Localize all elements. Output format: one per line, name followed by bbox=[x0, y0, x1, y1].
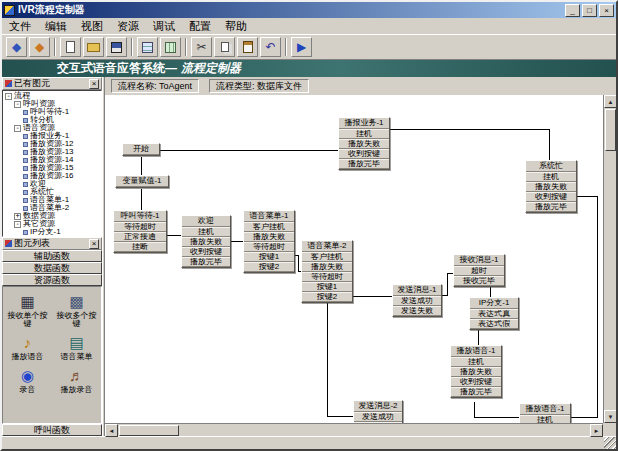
node-port-挂机[interactable]: 挂机 bbox=[526, 172, 576, 182]
close-button[interactable]: × bbox=[599, 4, 614, 17]
resource-grid-icon-button[interactable] bbox=[137, 37, 158, 57]
copy-icon-button[interactable] bbox=[214, 37, 235, 57]
menu-帮助[interactable]: 帮助 bbox=[218, 18, 254, 35]
palette-item-录音[interactable]: ◉录音 bbox=[5, 367, 51, 394]
node-port-等待超时[interactable]: 等待超时 bbox=[302, 272, 352, 282]
node-port-等待超时[interactable]: 等待超时 bbox=[244, 242, 294, 252]
node-port-收到按键[interactable]: 收到按键 bbox=[339, 149, 389, 159]
node-port-收到按键[interactable]: 收到按键 bbox=[451, 377, 501, 387]
tree-item-IP分支-1[interactable]: IP分支-1 bbox=[3, 228, 101, 236]
node-port-按键2[interactable]: 按键2 bbox=[302, 292, 352, 302]
vertical-scroll-track[interactable] bbox=[604, 152, 616, 410]
scroll-down-icon[interactable]: ▼ bbox=[604, 410, 617, 423]
node-port-正常接通[interactable]: 正常接通 bbox=[114, 232, 166, 242]
horizontal-scrollbar[interactable]: ◄ ► bbox=[105, 423, 603, 436]
tree-item-播放资源-16[interactable]: 播放资源-16 bbox=[3, 172, 101, 180]
collapse-icon[interactable]: - bbox=[14, 125, 21, 132]
flow-node-播放语音-1[interactable]: 播放语音-1挂机播放失败收到按键播放完毕 bbox=[450, 345, 502, 398]
group-data-functions[interactable]: 数据函数 bbox=[2, 262, 102, 274]
flow-node-发送消息-1[interactable]: 发送消息-1发送成功发送失败 bbox=[392, 284, 442, 317]
collapse-icon[interactable]: - bbox=[14, 221, 21, 228]
menu-视图[interactable]: 视图 bbox=[74, 18, 110, 35]
run-icon-button[interactable]: ▶ bbox=[291, 37, 312, 57]
scroll-right-icon[interactable]: ► bbox=[590, 424, 603, 437]
node-port-表达式真[interactable]: 表达式真 bbox=[470, 309, 518, 319]
flow-node-语音菜单-1[interactable]: 语音菜单-1客户挂机播放失败等待超时按键1按键2 bbox=[243, 210, 295, 273]
node-port-播放失败[interactable]: 播放失败 bbox=[302, 262, 352, 272]
flow-node-开始[interactable]: 开始 bbox=[122, 143, 160, 156]
minimize-button[interactable]: _ bbox=[565, 4, 580, 17]
flow-node-语音菜单-2[interactable]: 语音菜单-2客户挂机播放失败等待超时按键1按键2 bbox=[301, 240, 353, 303]
node-port-播放失败[interactable]: 播放失败 bbox=[451, 367, 501, 377]
flow-node-播报业务-1[interactable]: 播报业务-1挂机播放失败收到按键播放完毕 bbox=[338, 117, 390, 170]
palette-item-播放录音[interactable]: ♬播放录音 bbox=[54, 367, 100, 394]
node-port-收到按键[interactable]: 收到按键 bbox=[182, 247, 230, 257]
flow-node-播放语音-1[interactable]: 播放语音-1挂机播放完毕 bbox=[519, 403, 571, 423]
palette-item-播放语音[interactable]: ♪播放语音 bbox=[5, 334, 51, 361]
node-port-发送成功[interactable]: 发送成功 bbox=[393, 296, 441, 306]
new-file-icon-button[interactable] bbox=[60, 37, 81, 57]
menu-文件[interactable]: 文件 bbox=[2, 18, 38, 35]
node-port-播放失败[interactable]: 播放失败 bbox=[244, 232, 294, 242]
open-file-icon-button[interactable] bbox=[83, 37, 104, 57]
node-port-播放完毕[interactable]: 播放完毕 bbox=[526, 202, 576, 212]
flow-node-接收消息-1[interactable]: 接收消息-1超时接收完毕 bbox=[453, 254, 505, 287]
vertical-scroll-thumb[interactable] bbox=[605, 109, 616, 151]
scroll-left-icon[interactable]: ◄ bbox=[105, 424, 118, 437]
vertical-scrollbar[interactable]: ▲ ▼ bbox=[603, 95, 616, 423]
flow-node-发送消息-2[interactable]: 发送消息-2发送成功发送失败 bbox=[353, 400, 403, 423]
flow-node-IP分支-1[interactable]: IP分支-1表达式真表达式假 bbox=[469, 297, 519, 330]
node-port-播放完毕[interactable]: 播放完毕 bbox=[451, 387, 501, 397]
node-port-挂机[interactable]: 挂机 bbox=[451, 357, 501, 367]
menu-调试[interactable]: 调试 bbox=[146, 18, 182, 35]
save-file-icon-button[interactable] bbox=[106, 37, 127, 57]
node-port-播放失败[interactable]: 播放失败 bbox=[526, 182, 576, 192]
flow-node-系统忙[interactable]: 系统忙挂机播放失败收到按键播放完毕 bbox=[525, 160, 577, 213]
node-port-客户挂机[interactable]: 客户挂机 bbox=[244, 222, 294, 232]
menu-配置[interactable]: 配置 bbox=[182, 18, 218, 35]
resize-grip[interactable] bbox=[604, 437, 616, 449]
node-port-收到按键[interactable]: 收到按键 bbox=[526, 192, 576, 202]
expand-icon[interactable]: + bbox=[14, 213, 21, 220]
horizontal-scroll-thumb[interactable] bbox=[119, 425, 179, 436]
node-port-接收完毕[interactable]: 接收完毕 bbox=[454, 276, 504, 286]
node-port-发送失败[interactable]: 发送失败 bbox=[393, 306, 441, 316]
node-port-按键1[interactable]: 按键1 bbox=[302, 282, 352, 292]
data-table-icon-button[interactable] bbox=[160, 37, 181, 57]
undo-icon-button[interactable]: ↶ bbox=[260, 37, 281, 57]
collapse-icon[interactable]: - bbox=[14, 101, 21, 108]
group-aux-functions[interactable]: 辅助函数 bbox=[2, 250, 102, 262]
node-port-播放完毕[interactable]: 播放完毕 bbox=[182, 257, 230, 267]
collapse-icon[interactable]: - bbox=[5, 93, 12, 100]
node-port-等待超时[interactable]: 等待超时 bbox=[114, 222, 166, 232]
paste-icon-button[interactable] bbox=[237, 37, 258, 57]
scroll-up-icon[interactable]: ▲ bbox=[604, 95, 617, 108]
menu-编辑[interactable]: 编辑 bbox=[38, 18, 74, 35]
palette-panel-close-button[interactable]: × bbox=[89, 239, 99, 249]
horizontal-scroll-track[interactable] bbox=[180, 424, 590, 436]
node-port-客户挂机[interactable]: 客户挂机 bbox=[302, 252, 352, 262]
flow-node-变量赋值-1[interactable]: 变量赋值-1 bbox=[115, 175, 169, 188]
flow-canvas[interactable]: 开始变量赋值-1呼叫等待-1等待超时正常接通挂断欢迎挂机播放失败收到按键播放完毕… bbox=[105, 95, 603, 423]
node-port-按键2[interactable]: 按键2 bbox=[244, 262, 294, 272]
node-port-发送成功[interactable]: 发送成功 bbox=[354, 412, 402, 422]
node-port-播放失败[interactable]: 播放失败 bbox=[182, 237, 230, 247]
flow-node-欢迎[interactable]: 欢迎挂机播放失败收到按键播放完毕 bbox=[181, 215, 231, 268]
flow-diamond-orange-icon-button[interactable]: ◆ bbox=[29, 37, 50, 57]
group-resource-functions[interactable]: 资源函数 bbox=[2, 274, 102, 286]
group-call-functions[interactable]: 呼叫函数 bbox=[2, 424, 102, 436]
maximize-button[interactable]: □ bbox=[582, 4, 597, 17]
menu-资源[interactable]: 资源 bbox=[110, 18, 146, 35]
node-port-超时[interactable]: 超时 bbox=[454, 266, 504, 276]
cut-icon-button[interactable]: ✂ bbox=[191, 37, 212, 57]
node-port-播放完毕[interactable]: 播放完毕 bbox=[339, 159, 389, 169]
existing-panel-close-button[interactable]: × bbox=[89, 79, 99, 89]
node-port-播放失败[interactable]: 播放失败 bbox=[339, 139, 389, 149]
node-port-发送失败[interactable]: 发送失败 bbox=[354, 422, 402, 423]
palette-item-接收单个按键[interactable]: ▦接收单个按键 bbox=[5, 293, 51, 328]
node-port-按键1[interactable]: 按键1 bbox=[244, 252, 294, 262]
node-port-表达式假[interactable]: 表达式假 bbox=[470, 319, 518, 329]
node-port-挂机[interactable]: 挂机 bbox=[520, 415, 570, 423]
palette-item-语音菜单[interactable]: ▤语音菜单 bbox=[54, 334, 100, 361]
flow-node-呼叫等待-1[interactable]: 呼叫等待-1等待超时正常接通挂断 bbox=[113, 210, 167, 253]
